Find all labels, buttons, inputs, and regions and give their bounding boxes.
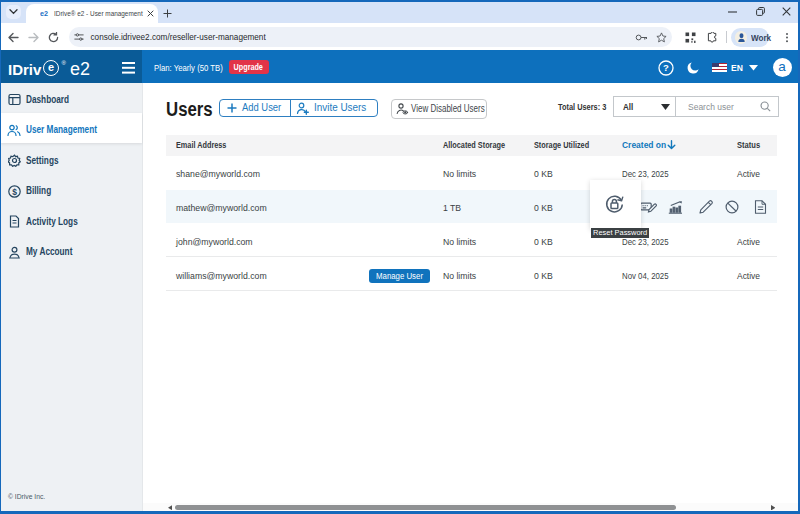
svg-text:?: ? <box>663 62 669 73</box>
svg-text:$: $ <box>12 186 17 196</box>
